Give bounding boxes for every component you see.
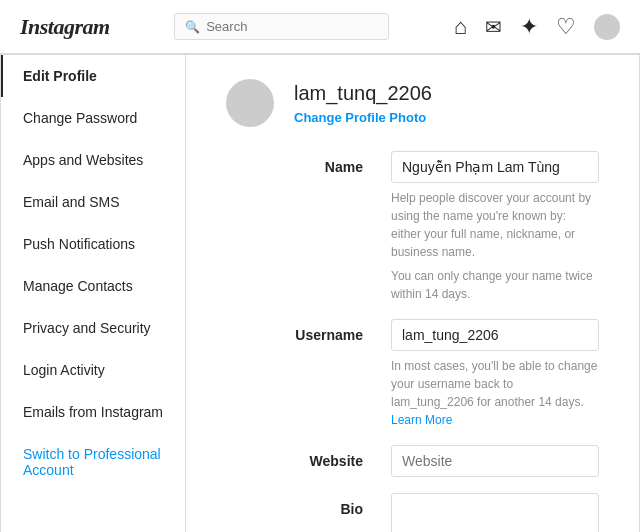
header-icons: ⌂ ✉ ✦ ♡	[454, 14, 620, 40]
name-field: Help people discover your account by usi…	[391, 151, 599, 303]
search-bar[interactable]: 🔍	[174, 13, 389, 40]
profile-avatar-icon[interactable]	[594, 14, 620, 40]
name-row: Name Help people discover your account b…	[226, 151, 599, 303]
website-row: Website	[226, 445, 599, 477]
profile-header: lam_tunq_2206 Change Profile Photo	[226, 79, 599, 127]
website-label: Website	[226, 445, 391, 469]
name-input[interactable]	[391, 151, 599, 183]
bio-input[interactable]	[391, 493, 599, 532]
content-area: lam_tunq_2206 Change Profile Photo Name …	[186, 55, 639, 532]
instagram-logo: Instagram	[20, 14, 110, 40]
profile-avatar	[226, 79, 274, 127]
profile-info: lam_tunq_2206 Change Profile Photo	[294, 82, 432, 125]
sidebar-item-emails-instagram[interactable]: Emails from Instagram	[1, 391, 185, 433]
sidebar-nav: Edit Profile Change Password Apps and We…	[1, 55, 185, 532]
header: Instagram 🔍 ⌂ ✉ ✦ ♡	[0, 0, 640, 54]
website-field	[391, 445, 599, 477]
sidebar-item-edit-profile[interactable]: Edit Profile	[1, 55, 185, 97]
username-row: Username In most cases, you'll be able t…	[226, 319, 599, 429]
heart-icon[interactable]: ♡	[556, 14, 576, 40]
sidebar-item-change-password[interactable]: Change Password	[1, 97, 185, 139]
compass-icon[interactable]: ✦	[520, 14, 538, 40]
profile-username: lam_tunq_2206	[294, 82, 432, 105]
bio-row: Bio	[226, 493, 599, 532]
change-photo-link[interactable]: Change Profile Photo	[294, 110, 426, 125]
search-input[interactable]	[206, 19, 378, 34]
home-icon[interactable]: ⌂	[454, 14, 467, 40]
username-hint: In most cases, you'll be able to change …	[391, 357, 599, 429]
sidebar-item-privacy-security[interactable]: Privacy and Security	[1, 307, 185, 349]
sidebar-item-push-notifications[interactable]: Push Notifications	[1, 223, 185, 265]
sidebar-item-apps-websites[interactable]: Apps and Websites	[1, 139, 185, 181]
name-hint1: Help people discover your account by usi…	[391, 189, 599, 261]
sidebar-item-email-sms[interactable]: Email and SMS	[1, 181, 185, 223]
name-label: Name	[226, 151, 391, 175]
learn-more-link[interactable]: Learn More	[391, 413, 452, 427]
username-label: Username	[226, 319, 391, 343]
bio-field	[391, 493, 599, 532]
search-icon: 🔍	[185, 20, 200, 34]
username-input[interactable]	[391, 319, 599, 351]
main-container: Edit Profile Change Password Apps and We…	[0, 54, 640, 532]
website-input[interactable]	[391, 445, 599, 477]
messenger-icon[interactable]: ✉	[485, 15, 502, 39]
sidebar-item-login-activity[interactable]: Login Activity	[1, 349, 185, 391]
bio-label: Bio	[226, 493, 391, 517]
sidebar-item-manage-contacts[interactable]: Manage Contacts	[1, 265, 185, 307]
username-field: In most cases, you'll be able to change …	[391, 319, 599, 429]
sidebar-item-switch-professional[interactable]: Switch to Professional Account	[1, 433, 185, 491]
sidebar: Edit Profile Change Password Apps and We…	[1, 55, 186, 532]
name-hint2: You can only change your name twice with…	[391, 267, 599, 303]
